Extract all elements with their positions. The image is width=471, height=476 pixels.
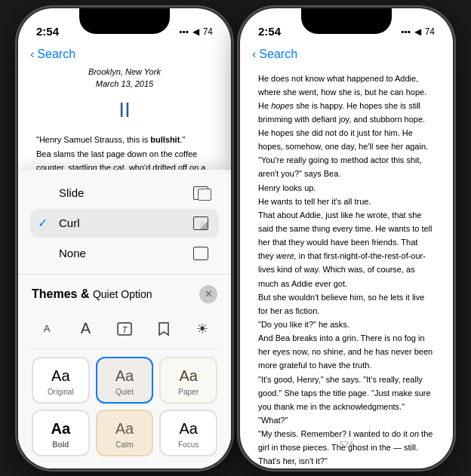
theme-original-label: Original (48, 388, 73, 396)
theme-calm[interactable]: Aa Calm (96, 410, 154, 456)
book-location: Brooklyn, New YorkMarch 13, 2015 (36, 66, 213, 91)
wifi-icon: ◀ (192, 26, 199, 37)
theme-bold-aa: Aa (51, 420, 71, 438)
phones-container: 2:54 ▪▪▪ ◀ 74 ‹ Search Brooklyn, New Yor… (18, 8, 453, 468)
battery-icon-right: 74 (425, 26, 435, 37)
left-phone: 2:54 ▪▪▪ ◀ 74 ‹ Search Brooklyn, New Yor… (18, 8, 231, 468)
slide-menu: ✓ Slide ✓ Curl (18, 170, 231, 468)
theme-quiet-aa: Aa (115, 367, 134, 385)
back-button-left[interactable]: ‹ Search (30, 48, 75, 61)
time-right: 2:54 (258, 25, 281, 38)
right-phone: 2:54 ▪▪▪ ◀ 74 ‹ Search He does not know … (240, 8, 453, 468)
status-bar-right: 2:54 ▪▪▪ ◀ 74 (240, 8, 453, 45)
themes-title: Themes & Quiet Option (32, 287, 152, 301)
page-number: 524 (240, 435, 453, 453)
theme-original-aa: Aa (51, 367, 69, 385)
svg-text:T: T (122, 325, 128, 334)
overlay-panel: ✓ Slide ✓ Curl (18, 170, 231, 468)
back-button-right[interactable]: ‹ Search (252, 48, 297, 61)
theme-paper[interactable]: Aa Paper (159, 357, 217, 404)
status-icons-right: ▪▪▪ ◀ 74 (401, 26, 435, 37)
none-icon-visual (190, 246, 211, 261)
theme-quiet[interactable]: Aa Quiet (96, 357, 154, 404)
book-content-right: He does not know what happened to Addie,… (240, 66, 453, 465)
battery-icon: 74 (203, 26, 213, 37)
slide-option-none[interactable]: ✓ None (30, 239, 219, 268)
font-decrease-button[interactable]: A (33, 315, 60, 342)
nav-bar-right[interactable]: ‹ Search (240, 45, 453, 66)
theme-focus-aa: Aa (179, 420, 197, 438)
signal-icon-right: ▪▪▪ (401, 26, 411, 37)
theme-paper-aa: Aa (179, 367, 197, 385)
curl-label: Curl (59, 217, 80, 229)
theme-quiet-label: Quiet (115, 388, 134, 396)
close-button[interactable]: ✕ (199, 285, 217, 303)
time-left: 2:54 (36, 25, 59, 38)
status-bar-left: 2:54 ▪▪▪ ◀ 74 (18, 8, 231, 45)
book-header: Brooklyn, New YorkMarch 13, 2015 II (36, 66, 213, 126)
signal-icon: ▪▪▪ (179, 26, 189, 37)
theme-focus-label: Focus (178, 441, 199, 449)
status-icons-left: ▪▪▪ ◀ 74 (179, 26, 213, 37)
theme-original[interactable]: Aa Original (32, 357, 90, 404)
curl-icon-visual (190, 216, 211, 231)
theme-calm-label: Calm (115, 441, 133, 449)
chapter-number: II (36, 94, 213, 126)
theme-paper-label: Paper (178, 388, 199, 396)
theme-focus[interactable]: Aa Focus (159, 410, 217, 456)
slide-label: Slide (59, 186, 84, 199)
wifi-icon-right: ◀ (414, 26, 421, 37)
divider-1 (18, 274, 231, 275)
slide-option-curl[interactable]: ✓ Curl (30, 209, 219, 238)
chevron-left-icon: ‹ (30, 48, 34, 61)
themes-grid: Aa Original Aa Quiet Aa Paper Aa Bold (30, 357, 219, 468)
brightness-button[interactable]: ☀ (189, 315, 216, 342)
slide-icon-pages (190, 186, 211, 201)
theme-bold[interactable]: Aa Bold (32, 410, 90, 456)
theme-bold-label: Bold (52, 441, 69, 449)
checkmark-curl: ✓ (38, 216, 53, 230)
nav-bar-left[interactable]: ‹ Search (18, 45, 231, 66)
font-increase-button[interactable]: A (72, 315, 100, 342)
font-style-button[interactable]: T (111, 315, 138, 342)
toolbar-row: A A T ☀ (30, 309, 219, 349)
chevron-left-icon-right: ‹ (252, 48, 256, 61)
theme-calm-aa: Aa (115, 420, 134, 438)
themes-header: Themes & Quiet Option ✕ (30, 281, 219, 309)
none-label: None (59, 247, 86, 259)
bookmark-button[interactable] (150, 315, 177, 342)
slide-options: ✓ Slide ✓ Curl (30, 179, 219, 268)
slide-option-slide[interactable]: ✓ Slide (30, 179, 219, 207)
